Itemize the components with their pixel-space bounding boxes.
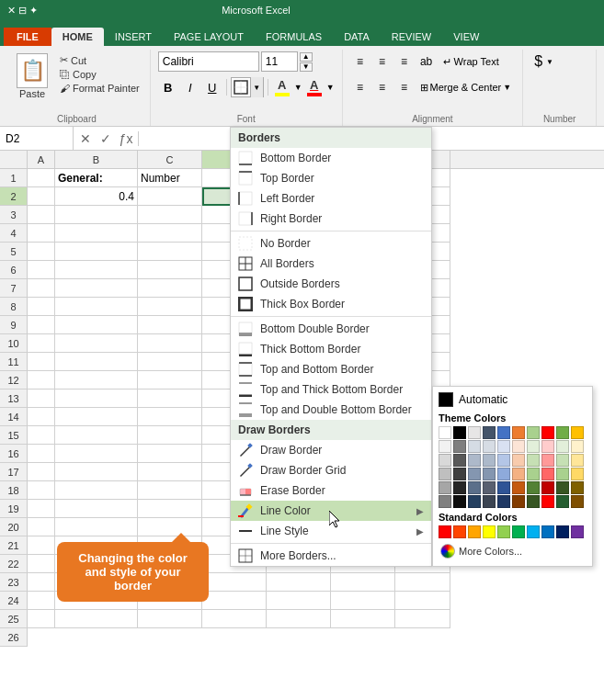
align-right-button[interactable]: ≡	[394, 77, 415, 97]
menu-item-top-double-bottom-border[interactable]: Top and Double Bottom Border	[231, 400, 431, 420]
menu-item-top-bottom-border[interactable]: Top and Bottom Border	[231, 359, 431, 379]
swatch-blue4[interactable]	[497, 468, 510, 480]
currency-button[interactable]: $	[530, 53, 546, 70]
tab-review[interactable]: REVIEW	[381, 28, 442, 46]
swatch-light3[interactable]	[439, 468, 451, 480]
menu-item-all-borders[interactable]: All Borders	[231, 254, 431, 274]
cell-c2[interactable]	[138, 187, 202, 206]
more-colors-button[interactable]: More Colors...	[439, 542, 587, 560]
swatch-nearblack[interactable]	[453, 495, 466, 508]
swatch-col4-4[interactable]	[483, 468, 496, 480]
merge-center-button[interactable]: ⊞ Merge & Center ▼	[416, 77, 516, 97]
swatch-ltgreen3[interactable]	[556, 454, 569, 467]
row-num-12[interactable]: 12	[0, 371, 28, 390]
align-center-button[interactable]: ≡	[372, 77, 393, 97]
std-swatch-yellow[interactable]	[483, 525, 496, 538]
swatch-blue5[interactable]	[497, 481, 510, 494]
std-swatch-blue[interactable]	[541, 525, 554, 538]
tab-formulas[interactable]: FORMULAS	[255, 28, 333, 46]
swatch-dark2[interactable]	[439, 495, 451, 508]
row-num-21[interactable]: 21	[0, 536, 28, 555]
menu-item-outside-borders[interactable]: Outside Borders	[231, 274, 431, 294]
row-num-23[interactable]: 23	[0, 573, 28, 592]
border-dropdown-arrow[interactable]: ▼	[250, 77, 263, 97]
tab-home[interactable]: HOME	[51, 28, 104, 46]
swatch-col3-3[interactable]	[468, 454, 481, 467]
swatch-col3-2[interactable]	[468, 440, 481, 453]
menu-item-bottom-double-border[interactable]: Bottom Double Border	[231, 319, 431, 339]
swatch-ltgreen1[interactable]	[556, 426, 569, 439]
row-num-26[interactable]: 26	[0, 628, 28, 647]
swatch-yellow1[interactable]	[571, 426, 584, 439]
font-decrease-button[interactable]: ▼	[300, 62, 313, 72]
row-num-22[interactable]: 22	[0, 555, 28, 573]
tab-file[interactable]: FILE	[4, 28, 51, 46]
swatch-ltgreen6[interactable]	[556, 495, 569, 508]
row-num-7[interactable]: 7	[0, 279, 28, 298]
cell-b2[interactable]: 0.4	[55, 187, 138, 206]
row-num-14[interactable]: 14	[0, 408, 28, 426]
row-num-16[interactable]: 16	[0, 445, 28, 463]
swatch-gray2[interactable]	[453, 454, 466, 467]
row-num-1[interactable]: 1	[0, 169, 28, 187]
fill-dropdown[interactable]: ▼	[294, 83, 302, 92]
row-num-19[interactable]: 19	[0, 500, 28, 518]
swatch-gray3[interactable]	[453, 468, 466, 480]
font-name-input[interactable]	[158, 51, 259, 72]
italic-button[interactable]: I	[180, 77, 200, 97]
row-num-24[interactable]: 24	[0, 592, 28, 610]
swatch-yellow6[interactable]	[571, 495, 584, 508]
cell-b1[interactable]: General:	[55, 169, 138, 187]
swatch-col3-4[interactable]	[468, 468, 481, 480]
std-swatch-green[interactable]	[512, 525, 525, 538]
swatch-col4-2[interactable]	[483, 440, 496, 453]
underline-button[interactable]: U	[202, 77, 222, 97]
swatch-green1[interactable]	[527, 426, 540, 439]
align-left-button[interactable]: ≡	[350, 77, 370, 97]
swatch-orange6[interactable]	[512, 495, 525, 508]
swatch-col4-6[interactable]	[483, 495, 496, 508]
cell-c1[interactable]: Number	[138, 169, 202, 187]
tab-page-layout[interactable]: PAGE LAYOUT	[163, 28, 255, 46]
swatch-ltgreen5[interactable]	[556, 481, 569, 494]
swatch-orange5[interactable]	[512, 481, 525, 494]
menu-item-more-borders[interactable]: More Borders...	[231, 546, 431, 566]
row-num-20[interactable]: 20	[0, 518, 28, 536]
std-swatch-cyan[interactable]	[527, 525, 540, 538]
paste-button[interactable]: 📋 Paste	[11, 51, 53, 101]
swatch-blue3[interactable]	[497, 454, 510, 467]
swatch-orange2[interactable]	[512, 440, 525, 453]
swatch-blue2[interactable]	[497, 440, 510, 453]
swatch-red6[interactable]	[541, 495, 554, 508]
cell-reference-box[interactable]: D2	[0, 127, 74, 150]
swatch-col3-6[interactable]	[468, 495, 481, 508]
swatch-light2[interactable]	[439, 454, 451, 467]
border-dropdown-button[interactable]: ▼	[231, 77, 264, 97]
tab-view[interactable]: VIEW	[442, 28, 490, 46]
font-color-dropdown[interactable]: ▼	[326, 83, 335, 92]
swatch-col3-5[interactable]	[468, 481, 481, 494]
swatch-green2[interactable]	[527, 440, 540, 453]
col-header-c[interactable]: C	[138, 151, 202, 168]
automatic-color-swatch[interactable]	[439, 392, 453, 407]
swatch-col4-5[interactable]	[483, 481, 496, 494]
row-num-6[interactable]: 6	[0, 261, 28, 279]
swatch-gray1[interactable]	[453, 440, 466, 453]
swatch-col4-1[interactable]	[483, 426, 496, 439]
menu-item-draw-border-grid[interactable]: Draw Border Grid	[231, 460, 431, 480]
swatch-ltgreen4[interactable]	[556, 468, 569, 480]
swatch-yellow3[interactable]	[571, 454, 584, 467]
swatch-green4[interactable]	[527, 468, 540, 480]
swatch-green3[interactable]	[527, 454, 540, 467]
swatch-green5[interactable]	[527, 481, 540, 494]
tab-insert[interactable]: INSERT	[104, 28, 163, 46]
menu-item-thick-box-border[interactable]: Thick Box Border	[231, 294, 431, 314]
col-header-b[interactable]: B	[55, 151, 138, 168]
row-num-17[interactable]: 17	[0, 463, 28, 481]
row-num-8[interactable]: 8	[0, 298, 28, 316]
font-increase-button[interactable]: ▲	[300, 52, 313, 62]
cell-a2[interactable]	[28, 187, 55, 206]
cancel-formula-button[interactable]: ✕	[77, 131, 94, 146]
swatch-ltgreen2[interactable]	[556, 440, 569, 453]
swatch-blue6[interactable]	[497, 495, 510, 508]
